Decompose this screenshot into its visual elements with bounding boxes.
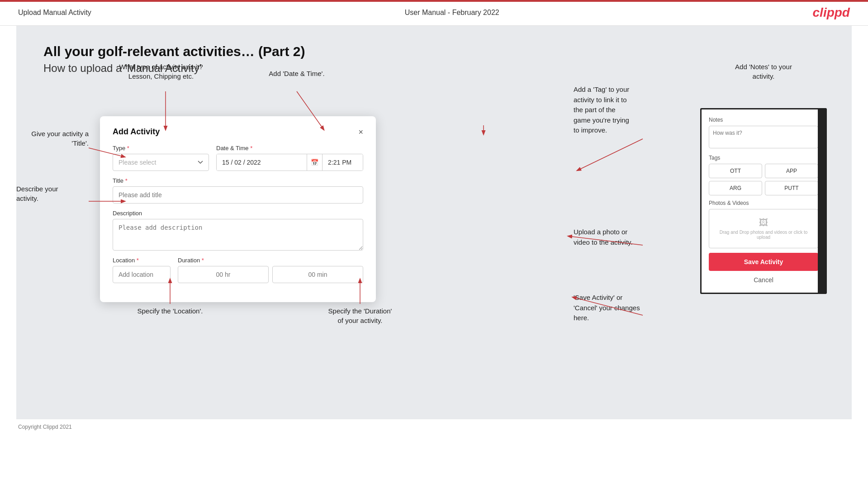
annotation-description: Describe your activity. (16, 184, 86, 203)
annotation-title: Give your activity a 'Title'. (16, 129, 89, 148)
phone-container: Notes Tags OTT APP ARG PUTT Photos & Vid… (700, 108, 827, 294)
annotation-location: Specify the 'Location'. (120, 306, 220, 316)
add-activity-modal: Add Activity × Type * Please select Date… (100, 116, 376, 302)
tag-app[interactable]: APP (765, 164, 818, 178)
location-group: Location * (113, 257, 171, 283)
duration-group: Duration * (178, 257, 363, 283)
form-row-description: Description (113, 210, 363, 251)
phone-right-bar (818, 108, 827, 294)
duration-label: Duration * (178, 257, 363, 264)
form-row-type-datetime: Type * Please select Date & Time * 📅 (113, 145, 363, 171)
tag-putt[interactable]: PUTT (765, 181, 818, 195)
form-row-location-duration: Location * Duration * (113, 257, 363, 283)
cancel-button[interactable]: Cancel (709, 275, 818, 285)
annotation-notes: Add 'Notes' to your activity. (700, 62, 827, 81)
tag-arg[interactable]: ARG (709, 181, 762, 195)
type-label: Type * (113, 145, 209, 152)
tags-grid: OTT APP ARG PUTT (709, 164, 818, 195)
tags-label: Tags (709, 155, 818, 161)
duration-hr-input[interactable] (178, 266, 269, 283)
tag-ott[interactable]: OTT (709, 164, 762, 178)
annotation-photos: Upload a photo or video to the activity. (574, 227, 673, 247)
datetime-group: Date & Time * 📅 (216, 145, 363, 171)
notes-section-label: Notes (709, 117, 818, 123)
page-title: Upload Manual Activity (18, 9, 91, 17)
duration-inputs (178, 266, 363, 283)
annotation-type: What type of activity was it? Lesson, Ch… (111, 62, 211, 81)
description-label: Description (113, 210, 363, 217)
annotation-save: 'Save Activity' or 'Cancel' your changes… (574, 293, 673, 323)
phone-screen: Notes Tags OTT APP ARG PUTT Photos & Vid… (700, 108, 827, 294)
time-input[interactable] (322, 154, 363, 171)
modal-header: Add Activity × (113, 127, 363, 137)
type-select[interactable]: Please select (113, 154, 209, 171)
type-group: Type * Please select (113, 145, 209, 171)
form-row-title: Title * (113, 177, 363, 204)
footer: Copyright Clippd 2021 (0, 419, 868, 435)
calendar-icon: 📅 (307, 154, 322, 171)
upload-icon: 🖼 (713, 218, 814, 228)
svg-line-7 (577, 139, 643, 171)
top-bar: Upload Manual Activity User Manual - Feb… (0, 0, 868, 26)
title-input[interactable] (113, 186, 363, 204)
page-heading: All your golf-relevant activities… (Part… (43, 44, 825, 59)
photos-label: Photos & Videos (709, 200, 818, 206)
location-label: Location * (113, 257, 171, 264)
annotation-duration: Specify the 'Duration' of your activity. (297, 306, 423, 325)
title-group: Title * (113, 177, 363, 204)
description-group: Description (113, 210, 363, 251)
title-label: Title * (113, 177, 363, 184)
upload-text: Drag and Drop photos and videos or click… (713, 230, 814, 240)
photos-upload-area[interactable]: 🖼 Drag and Drop photos and videos or cli… (709, 209, 818, 248)
annotation-tags: Add a 'Tag' to your activity to link it … (574, 85, 673, 136)
close-button[interactable]: × (358, 128, 363, 136)
photos-section: Photos & Videos 🖼 Drag and Drop photos a… (709, 200, 818, 248)
main-content: All your golf-relevant activities… (Part… (16, 26, 852, 419)
description-textarea[interactable] (113, 219, 363, 251)
phone-panel: Add 'Notes' to your activity. Notes Tags… (700, 62, 827, 294)
modal-title: Add Activity (113, 127, 160, 137)
datetime-label: Date & Time * (216, 145, 363, 152)
copyright: Copyright Clippd 2021 (18, 424, 72, 430)
date-input[interactable] (217, 154, 307, 171)
notes-textarea[interactable] (709, 126, 818, 148)
tags-section: Tags OTT APP ARG PUTT (709, 155, 818, 195)
datetime-input-group: 📅 (216, 154, 363, 171)
manual-title: User Manual - February 2022 (405, 9, 499, 17)
save-activity-button[interactable]: Save Activity (709, 253, 818, 271)
logo: clippd (813, 5, 850, 20)
location-input[interactable] (113, 266, 171, 283)
duration-min-input[interactable] (272, 266, 363, 283)
annotation-datetime: Add 'Date & Time'. (256, 69, 337, 78)
